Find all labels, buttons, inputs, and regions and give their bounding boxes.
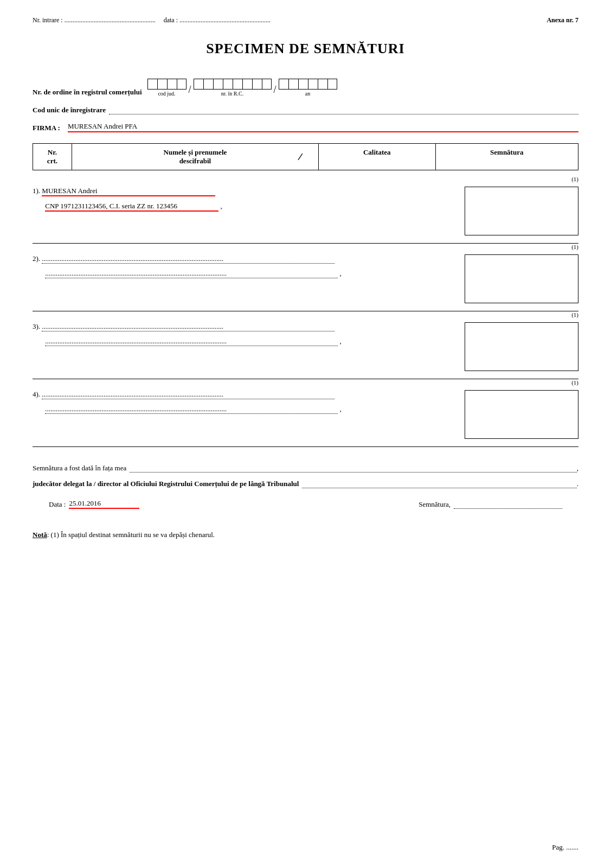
entry-2: (1) 2). ................................… bbox=[33, 244, 578, 311]
semnatura-right-dots bbox=[454, 500, 562, 509]
entry-3-text: 3). ....................................… bbox=[33, 322, 459, 371]
entry-3: (1) 3). ................................… bbox=[33, 311, 578, 379]
nota-section: Notă: (1) În spațiul destinat semnăturii… bbox=[33, 531, 578, 539]
entry-2-comma: , bbox=[340, 269, 342, 277]
entry-1-name: MURESAN Andrei bbox=[42, 187, 215, 196]
slash-icon: / bbox=[297, 150, 303, 163]
entry-4: (1) 4). ................................… bbox=[33, 379, 578, 447]
data-sig-row: Data : 25.01.2016 Semnătura, bbox=[33, 499, 578, 509]
separator: / bbox=[186, 84, 194, 97]
box[interactable] bbox=[213, 79, 223, 90]
entry-2-name-dots: ........................................… bbox=[42, 254, 335, 264]
table-header-row: Nr.crt. Numele și prenumeledescifrabil /… bbox=[33, 144, 578, 170]
entry-1-number: 1). bbox=[33, 187, 42, 195]
registry-group-an: an bbox=[279, 79, 337, 97]
semnatura-fata-label: Semnătura a fost dată în fața mea bbox=[33, 464, 126, 473]
box[interactable] bbox=[233, 79, 242, 90]
entry-1: (1) 1). MURESAN Andrei CNP 1971231123456… bbox=[33, 176, 578, 244]
box[interactable] bbox=[157, 79, 167, 90]
col-calitate: Calitatea bbox=[318, 144, 435, 170]
entry-3-name-row: 3). ....................................… bbox=[33, 322, 443, 331]
cod-unic-row: Cod unic de înregistrare bbox=[33, 105, 578, 114]
box-label-codjud: cod jud. bbox=[158, 91, 175, 97]
entry-1-detail: CNP 1971231123456, C.I. seria ZZ nr. 123… bbox=[45, 202, 218, 212]
box[interactable] bbox=[242, 79, 252, 90]
entry-3-detail-dots: ........................................… bbox=[45, 337, 338, 346]
entry-4-detail-row: ........................................… bbox=[33, 405, 443, 414]
entry-1-comma: , bbox=[221, 202, 222, 210]
judecator-label: judecător delegat la / director al Ofici… bbox=[33, 480, 299, 488]
header-left: Nr. intrare : ..........................… bbox=[33, 16, 271, 24]
entry-4-comma: , bbox=[340, 405, 342, 413]
entry-4-detail-dots: ........................................… bbox=[45, 405, 338, 414]
entry-1-text: 1). MURESAN Andrei CNP 1971231123456, C.… bbox=[33, 187, 459, 235]
main-table: Nr.crt. Numele și prenumeledescifrabil /… bbox=[33, 143, 578, 170]
title-section: SPECIMEN DE SEMNĂTURI bbox=[33, 41, 578, 57]
box[interactable] bbox=[288, 79, 298, 90]
col-semnatura: Semnătura bbox=[435, 144, 578, 170]
bottom-section: Semnătura a fost dată în fața mea , jude… bbox=[33, 463, 578, 509]
box[interactable] bbox=[252, 79, 262, 90]
box[interactable] bbox=[308, 79, 318, 90]
box[interactable] bbox=[194, 79, 203, 90]
entry-2-sigbox-col bbox=[459, 254, 578, 303]
data-left: Data : 25.01.2016 bbox=[49, 499, 139, 509]
entry-4-name-row: 4). ....................................… bbox=[33, 390, 443, 399]
box[interactable] bbox=[167, 79, 177, 90]
entry-3-comma: , bbox=[340, 337, 342, 345]
entry-2-content: 2). ....................................… bbox=[33, 244, 578, 311]
registry-row: Nr. de ordine în registrul comerțului co… bbox=[33, 79, 578, 97]
entry-4-number: 4). bbox=[33, 390, 42, 398]
separator: / bbox=[272, 84, 279, 97]
semnatura-fata-comma: , bbox=[577, 464, 578, 473]
anexa-label: Anexa nr. 7 bbox=[546, 16, 578, 24]
entry-2-number: 2). bbox=[33, 254, 42, 263]
header: Nr. intrare : ..........................… bbox=[33, 16, 578, 24]
entry-2-sig-box bbox=[465, 254, 578, 303]
entry-4-name-dots: ........................................… bbox=[42, 390, 335, 399]
box[interactable] bbox=[327, 79, 337, 90]
nota-text: : (1) În spațiul destinat semnăturii nu … bbox=[47, 531, 215, 539]
registry-group-codjud: cod jud. bbox=[147, 79, 186, 97]
entry-4-separator bbox=[33, 446, 578, 447]
box[interactable] bbox=[177, 79, 186, 90]
entry-3-name-dots: ........................................… bbox=[42, 322, 335, 331]
box-label-an: an bbox=[305, 91, 310, 97]
box[interactable] bbox=[147, 79, 157, 90]
col-name: Numele și prenumeledescifrabil / bbox=[72, 144, 318, 170]
entry-3-sig-box bbox=[465, 322, 578, 371]
entry-3-sigbox-col bbox=[459, 322, 578, 371]
box[interactable] bbox=[298, 79, 308, 90]
nr-intrare-dots: ........................................… bbox=[65, 16, 156, 24]
firma-row: FIRMA : MURESAN Andrei PFA bbox=[33, 122, 578, 132]
judecator-end: . bbox=[577, 480, 578, 488]
note-2-label: (1) bbox=[571, 244, 578, 250]
data-value: 25.01.2016 bbox=[69, 499, 139, 509]
cod-unic-dots bbox=[109, 105, 578, 114]
col-nr: Nr.crt. bbox=[33, 144, 72, 170]
semnatura-fata-dots bbox=[130, 463, 576, 473]
entry-4-content: 4). ....................................… bbox=[33, 379, 578, 446]
entry-1-name-row: 1). MURESAN Andrei bbox=[33, 187, 443, 196]
firma-value: MURESAN Andrei PFA bbox=[68, 122, 578, 132]
registry-group-rc: nr. în R.C. bbox=[194, 79, 272, 97]
entry-4-sig-box bbox=[465, 390, 578, 439]
data-label: data : bbox=[164, 16, 179, 24]
box-label-rc: nr. în R.C. bbox=[221, 91, 243, 97]
box[interactable] bbox=[203, 79, 213, 90]
box[interactable] bbox=[318, 79, 327, 90]
entry-1-sig-box bbox=[465, 187, 578, 235]
entry-2-detail-dots: ........................................… bbox=[45, 269, 338, 278]
data-dots: ........................................… bbox=[179, 16, 271, 24]
registry-label: Nr. de ordine în registrul comerțului bbox=[33, 88, 142, 97]
entry-2-text: 2). ....................................… bbox=[33, 254, 459, 303]
cod-unic-label: Cod unic de înregistrare bbox=[33, 106, 106, 114]
box[interactable] bbox=[279, 79, 288, 90]
note-1-label: (1) bbox=[571, 176, 578, 182]
firma-label: FIRMA : bbox=[33, 124, 60, 132]
box[interactable] bbox=[262, 79, 272, 90]
page-number: Pag. ....... bbox=[552, 843, 578, 852]
judecator-row: judecător delegat la / director al Ofici… bbox=[33, 479, 578, 488]
box[interactable] bbox=[223, 79, 233, 90]
registry-boxes: cod jud. / nr. în R.C. / bbox=[147, 79, 337, 97]
